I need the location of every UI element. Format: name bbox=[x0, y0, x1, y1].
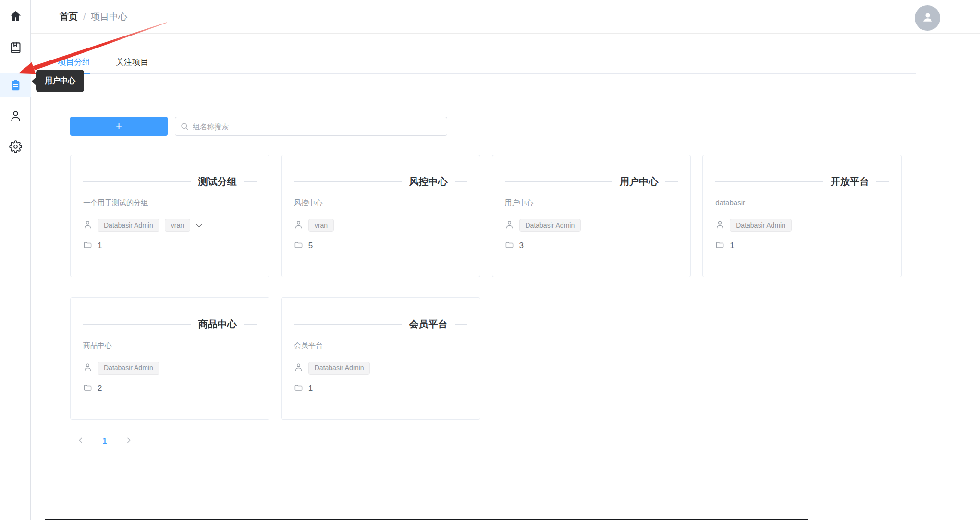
clipboard-icon bbox=[9, 79, 22, 92]
divider-line bbox=[83, 181, 191, 182]
sidebar-item-settings[interactable] bbox=[0, 134, 31, 158]
user-avatar-icon bbox=[920, 10, 935, 27]
group-description: 会员平台 bbox=[294, 341, 467, 351]
project-count: 2 bbox=[98, 384, 102, 393]
member-tag: vran bbox=[308, 219, 334, 232]
prev-page-button[interactable] bbox=[73, 434, 88, 449]
card-title-divider: 开放平台 bbox=[715, 176, 889, 187]
divider-line bbox=[715, 181, 823, 182]
project-count: 3 bbox=[519, 241, 524, 251]
group-description: 一个用于测试的分组 bbox=[83, 198, 257, 208]
user-avatar[interactable] bbox=[915, 5, 940, 31]
project-count: 1 bbox=[98, 241, 102, 251]
project-count: 1 bbox=[730, 241, 734, 251]
member-row: Databasir Admin vran bbox=[83, 219, 257, 232]
group-search bbox=[175, 117, 447, 136]
chevron-right-icon bbox=[125, 436, 133, 446]
home-icon bbox=[9, 10, 22, 23]
group-name: 风控中心 bbox=[409, 175, 448, 188]
folder-icon bbox=[294, 383, 303, 394]
member-row: Databasir Admin bbox=[715, 219, 889, 232]
card-title-divider: 商品中心 bbox=[83, 318, 257, 330]
divider-line bbox=[294, 181, 402, 182]
card-title-divider: 用户中心 bbox=[505, 176, 678, 187]
project-count-row: 1 bbox=[83, 241, 257, 251]
group-name: 用户中心 bbox=[620, 175, 658, 188]
tab-bar: 项目分组 关注项目 bbox=[58, 53, 916, 74]
chevron-down-icon[interactable] bbox=[195, 221, 203, 230]
member-icon bbox=[83, 220, 92, 231]
member-icon bbox=[505, 220, 514, 231]
divider-line bbox=[244, 324, 257, 325]
breadcrumb-home[interactable]: 首页 bbox=[60, 11, 78, 23]
add-group-button[interactable]: + bbox=[70, 117, 168, 136]
group-description: 商品中心 bbox=[83, 341, 257, 351]
header: 首页 / 项目中心 bbox=[31, 0, 980, 34]
divider-line bbox=[455, 181, 467, 182]
group-description: 风控中心 bbox=[294, 198, 467, 208]
group-card[interactable]: 商品中心 商品中心 Databasir Admin 2 bbox=[70, 297, 270, 420]
group-name: 商品中心 bbox=[198, 318, 237, 331]
group-card[interactable]: 用户中心 用户中心 Databasir Admin 3 bbox=[492, 155, 691, 277]
divider-line bbox=[876, 181, 889, 182]
member-icon bbox=[294, 363, 303, 374]
group-card[interactable]: 风控中心 风控中心 vran 5 bbox=[281, 155, 480, 277]
divider-line bbox=[294, 324, 402, 325]
group-card[interactable]: 会员平台 会员平台 Databasir Admin 1 bbox=[281, 297, 480, 420]
sidebar-item-user-center[interactable] bbox=[0, 104, 31, 128]
member-tag: Databasir Admin bbox=[98, 362, 159, 375]
group-card[interactable]: 开放平台 databasir Databasir Admin 1 bbox=[702, 155, 902, 277]
book-icon bbox=[9, 41, 22, 54]
page-number[interactable]: 1 bbox=[97, 434, 112, 449]
card-title-divider: 风控中心 bbox=[294, 176, 467, 187]
project-count-row: 1 bbox=[294, 383, 467, 394]
project-count-row: 2 bbox=[83, 383, 257, 394]
search-input[interactable] bbox=[175, 117, 447, 136]
pagination: 1 bbox=[73, 434, 136, 449]
folder-icon bbox=[294, 241, 303, 252]
sidebar-item-project-center[interactable] bbox=[0, 73, 31, 97]
divider-line bbox=[244, 181, 257, 182]
project-count-row: 5 bbox=[294, 241, 467, 251]
folder-icon bbox=[505, 241, 514, 252]
chevron-left-icon bbox=[77, 436, 85, 446]
breadcrumb: 首页 / 项目中心 bbox=[60, 11, 127, 23]
group-card[interactable]: 测试分组 一个用于测试的分组 Databasir Admin vran bbox=[70, 155, 270, 277]
project-count: 5 bbox=[308, 241, 313, 251]
divider-line bbox=[455, 324, 467, 325]
folder-icon bbox=[83, 383, 92, 394]
next-page-button[interactable] bbox=[121, 434, 136, 449]
divider-line bbox=[505, 181, 613, 182]
member-tag: vran bbox=[165, 219, 190, 232]
divider-line bbox=[665, 181, 678, 182]
divider-line bbox=[83, 324, 191, 325]
member-row: Databasir Admin bbox=[505, 219, 678, 232]
member-tag: Databasir Admin bbox=[730, 219, 792, 232]
card-title-divider: 会员平台 bbox=[294, 318, 467, 330]
member-icon bbox=[715, 220, 724, 231]
group-card-grid: 测试分组 一个用于测试的分组 Databasir Admin vran bbox=[70, 155, 902, 420]
sidebar-item-docs[interactable] bbox=[0, 36, 31, 60]
tooltip-text: 用户中心 bbox=[36, 70, 84, 92]
tooltip: 用户中心 bbox=[32, 70, 84, 92]
group-name: 会员平台 bbox=[409, 318, 448, 331]
member-icon bbox=[83, 363, 92, 374]
folder-icon bbox=[715, 241, 724, 252]
group-name: 开放平台 bbox=[831, 175, 869, 188]
group-description: databasir bbox=[715, 198, 889, 208]
sidebar-item-home[interactable] bbox=[0, 4, 31, 28]
member-row: Databasir Admin bbox=[294, 362, 467, 375]
gear-icon bbox=[9, 140, 22, 153]
breadcrumb-separator: / bbox=[83, 12, 86, 22]
member-icon bbox=[294, 220, 303, 231]
tab-followed-projects[interactable]: 关注项目 bbox=[116, 53, 148, 74]
page: 首页 / 项目中心 项目分组 关注项目 用户中心 bbox=[0, 0, 980, 520]
toolbar: + bbox=[70, 117, 447, 136]
project-count: 1 bbox=[308, 384, 313, 393]
tooltip-arrow bbox=[32, 77, 36, 85]
member-tag: Databasir Admin bbox=[308, 362, 370, 375]
member-row: Databasir Admin bbox=[83, 362, 257, 375]
group-description: 用户中心 bbox=[505, 198, 678, 208]
member-tag: Databasir Admin bbox=[519, 219, 581, 232]
member-tag: Databasir Admin bbox=[98, 219, 159, 232]
